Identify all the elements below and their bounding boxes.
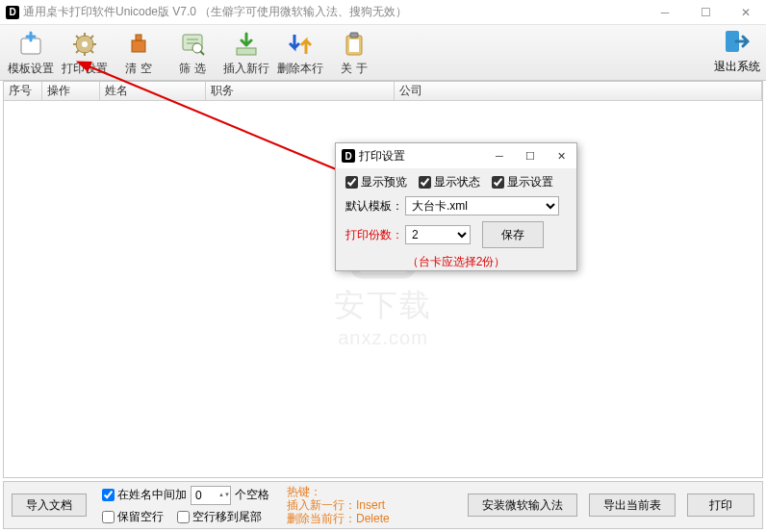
delete-row-button[interactable]: 删除本行 <box>273 27 327 79</box>
copies-label: 打印份数： <box>345 227 405 243</box>
show-status-checkbox[interactable]: 显示状态 <box>419 174 480 190</box>
main-toolbar: 模板设置 打印设置 清 空 筛 选 插入新行 删除本行 关 <box>0 25 766 81</box>
template-settings-button[interactable]: 模板设置 <box>4 27 58 79</box>
filter-button[interactable]: 筛 选 <box>166 27 219 79</box>
svg-rect-21 <box>349 39 359 52</box>
install-ime-button[interactable]: 安装微软输入法 <box>468 494 577 517</box>
app-icon: D <box>342 149 355 163</box>
plus-card-icon <box>15 29 46 60</box>
swap-arrows-icon <box>285 29 316 60</box>
default-template-select[interactable]: 大台卡.xml <box>405 196 559 215</box>
dialog-minimize-button[interactable]: ─ <box>484 143 515 168</box>
app-icon: D <box>6 6 19 19</box>
export-table-button[interactable]: 导出当前表 <box>589 494 676 517</box>
dialog-title: 打印设置 <box>359 148 405 165</box>
blank-to-end-checkbox[interactable]: 空行移到尾部 <box>177 509 262 525</box>
print-settings-dialog: D 打印设置 ─ ☐ ✕ 显示预览 显示状态 显示设置 默认模板： 大台卡.xm… <box>335 142 577 271</box>
col-operate[interactable]: 操作 <box>42 82 100 100</box>
show-settings-checkbox[interactable]: 显示设置 <box>492 174 553 190</box>
svg-line-9 <box>90 36 93 38</box>
svg-rect-20 <box>350 33 358 38</box>
svg-line-7 <box>76 36 79 38</box>
default-template-label: 默认模板： <box>345 198 405 215</box>
hotkeys-hint: 热键： 插入新一行：Insert 删除当前行：Delete <box>287 485 390 525</box>
col-company[interactable]: 公司 <box>395 82 762 100</box>
filter-icon <box>177 29 208 60</box>
import-doc-button[interactable]: 导入文档 <box>12 494 87 517</box>
save-button[interactable]: 保存 <box>482 221 544 248</box>
add-space-checkbox[interactable]: 在姓名中间加 0▲▼ 个空格 <box>102 486 269 505</box>
svg-line-8 <box>90 50 93 53</box>
exit-system-button[interactable]: 退出系统 <box>714 27 760 75</box>
about-button[interactable]: 关 于 <box>327 27 381 79</box>
dialog-close-button[interactable]: ✕ <box>546 143 576 168</box>
clipboard-icon <box>339 29 370 60</box>
gear-icon <box>69 29 100 60</box>
col-name[interactable]: 姓名 <box>100 82 206 100</box>
copies-select[interactable]: 2 <box>405 225 471 244</box>
print-settings-button[interactable]: 打印设置 <box>58 27 112 79</box>
table-header-row: 序号 操作 姓名 职务 公司 <box>4 82 762 101</box>
dialog-titlebar: D 打印设置 ─ ☐ ✕ <box>336 143 576 168</box>
print-button[interactable]: 打印 <box>687 494 754 517</box>
maximize-button[interactable]: ☐ <box>685 0 726 25</box>
svg-rect-12 <box>136 35 141 40</box>
dialog-maximize-button[interactable]: ☐ <box>515 143 546 168</box>
keep-blank-checkbox[interactable]: 保留空行 <box>102 509 164 525</box>
copies-note: （台卡应选择2份） <box>345 254 567 270</box>
minimize-button[interactable]: ─ <box>645 0 685 25</box>
svg-line-10 <box>76 50 79 53</box>
show-preview-checkbox[interactable]: 显示预览 <box>345 174 407 190</box>
window-title: 通用桌卡打印软件Unicode版 V7.0 （生僻字可使用微软输入法、搜狗无效） <box>23 4 407 20</box>
bottom-toolbar: 导入文档 在姓名中间加 0▲▼ 个空格 保留空行 空行移到尾部 热键： 插入新一… <box>3 481 763 529</box>
svg-rect-11 <box>132 40 145 52</box>
close-button[interactable]: ✕ <box>726 0 766 25</box>
insert-row-button[interactable]: 插入新行 <box>219 27 273 79</box>
exit-icon <box>723 27 752 59</box>
svg-line-17 <box>200 51 204 55</box>
insert-arrow-icon <box>231 29 262 60</box>
clear-button[interactable]: 清 空 <box>112 27 166 79</box>
col-index[interactable]: 序号 <box>4 82 42 100</box>
space-count-spinner[interactable]: 0▲▼ <box>191 486 231 505</box>
svg-rect-18 <box>237 48 256 55</box>
data-table-container: 序号 操作 姓名 职务 公司 安下载 anxz.com <box>3 81 763 478</box>
clear-icon <box>123 29 154 60</box>
col-position[interactable]: 职务 <box>206 82 395 100</box>
svg-point-2 <box>82 41 88 47</box>
window-titlebar: D 通用桌卡打印软件Unicode版 V7.0 （生僻字可使用微软输入法、搜狗无… <box>0 0 766 25</box>
